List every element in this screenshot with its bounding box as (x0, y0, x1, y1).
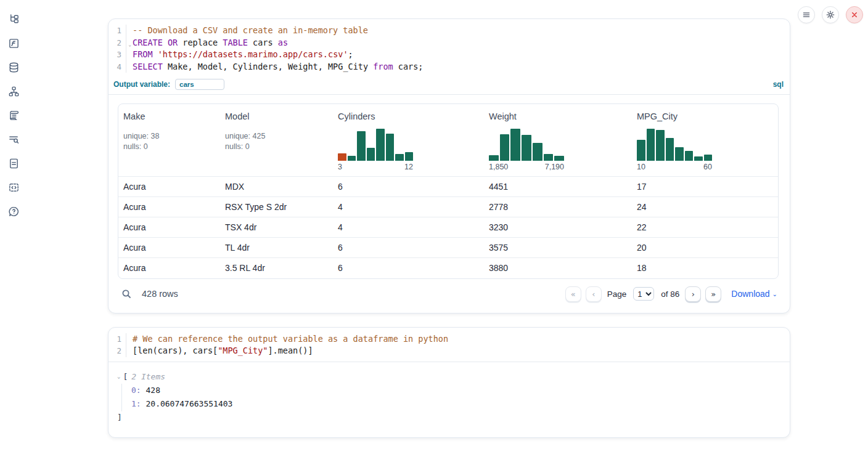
sql-cell: 1-- Download a CSV and create an in-memo… (108, 18, 790, 313)
tree-header: ⌄ [ 2 Items (117, 372, 780, 381)
items-count-label: 2 Items (131, 372, 165, 381)
table-cell: 4 (333, 217, 484, 238)
table-row[interactable]: Acura3.5 RL 4dr6388018 (118, 258, 779, 278)
column-header: MPG_City1060 (632, 104, 779, 177)
code-line[interactable]: 1-- Download a CSV and create an in-memo… (108, 25, 790, 37)
code-line[interactable]: 2⌄CREATE OR replace TABLE cars as (108, 37, 790, 49)
column-header: Weight1,8507,190 (484, 104, 632, 177)
scratchpad-icon[interactable] (7, 108, 20, 122)
close-icon (850, 10, 859, 19)
table-cell: RSX Type S 2dr (220, 197, 333, 217)
notebook-content: 1-- Download a CSV and create an in-memo… (108, 18, 790, 438)
histogram-bar (357, 131, 366, 161)
histogram-axis: 1060 (637, 163, 712, 171)
python-editor[interactable]: 1# We can reference the output variable … (108, 328, 790, 362)
data-table: Makeunique: 38nulls: 0Modelunique: 425nu… (118, 103, 779, 279)
tree-entry-key: 0: (131, 386, 141, 395)
code-line[interactable]: 2[len(cars), cars["MPG_City"].mean()] (108, 345, 790, 357)
tree-entry-value: 428 (141, 386, 160, 395)
histogram-bar (338, 153, 346, 161)
column-histogram[interactable]: 1,8507,190 (489, 129, 564, 171)
logs-icon[interactable] (7, 132, 20, 146)
search-icon[interactable] (121, 289, 132, 299)
table-header-row: Makeunique: 38nulls: 0Modelunique: 425nu… (118, 104, 779, 177)
table-cell: 20 (632, 238, 779, 258)
prev-page-button[interactable]: ‹ (586, 286, 602, 302)
table-cell: 6 (333, 258, 484, 278)
line-number: 1 (108, 25, 126, 37)
table-row[interactable]: AcuraRSX Type S 2dr4277824 (118, 197, 779, 217)
open-bracket: [ (123, 372, 128, 381)
column-name[interactable]: Make (123, 111, 215, 121)
histogram-bar (554, 156, 564, 161)
next-page-button[interactable]: › (685, 286, 701, 302)
topbar-actions (798, 6, 863, 23)
table-row[interactable]: AcuraTL 4dr6357520 (118, 238, 779, 258)
collapse-chevron-icon[interactable]: ⌄ (117, 373, 120, 379)
code-line[interactable]: 3FROM 'https://datasets.marimo.app/cars.… (108, 49, 790, 61)
table-cell: Acura (118, 177, 220, 197)
code-text: SELECT Make, Model, Cylinders, Weight, M… (126, 61, 423, 73)
histogram-bar (647, 129, 655, 161)
first-page-button[interactable]: « (565, 286, 581, 302)
file-explorer-icon[interactable] (7, 12, 20, 26)
table-row[interactable]: AcuraMDX6445117 (118, 177, 779, 197)
table-row[interactable]: AcuraTSX 4dr4323022 (118, 217, 779, 238)
table-cell: TSX 4dr (220, 217, 333, 238)
histogram-bar (704, 155, 713, 161)
python-cell: 1# We can reference the output variable … (108, 327, 790, 438)
settings-button[interactable] (822, 6, 839, 23)
histogram-bar (386, 134, 395, 161)
tree-entry: 1: 20.060747663551403 (131, 397, 780, 411)
language-badge: sql (773, 80, 784, 89)
table-cell: Acura (118, 258, 220, 278)
snippets-icon[interactable] (7, 180, 20, 194)
table-cell: 2778 (484, 197, 632, 217)
histogram-bar (376, 129, 385, 161)
page-select[interactable]: 1 (633, 287, 654, 301)
column-histogram[interactable]: 312 (338, 129, 413, 171)
histogram-bar (694, 156, 703, 161)
column-name[interactable]: Weight (489, 111, 627, 121)
histogram-bar (405, 152, 414, 161)
tree-entry: 0: 428 (131, 384, 780, 398)
column-stats: unique: 38nulls: 0 (123, 131, 215, 152)
output-tree: ⌄ [ 2 Items 0: 4281: 20.060747663551403 … (108, 362, 790, 437)
table-cell: MDX (220, 177, 333, 197)
variables-icon[interactable] (7, 36, 20, 50)
table-cell: 3230 (484, 217, 632, 238)
shutdown-button[interactable] (846, 6, 863, 23)
column-name[interactable]: Model (225, 111, 328, 121)
last-page-button[interactable]: » (705, 286, 721, 302)
fold-chevron-icon[interactable]: ⌄ (128, 39, 131, 51)
download-label: Download (731, 289, 769, 299)
help-icon[interactable] (7, 204, 20, 218)
menu-button[interactable] (798, 6, 815, 23)
column-name[interactable]: Cylinders (338, 111, 479, 121)
column-histogram[interactable]: 1060 (637, 129, 712, 171)
column-name[interactable]: MPG_City (637, 111, 775, 121)
dependency-graph-icon[interactable] (7, 84, 20, 98)
code-line[interactable]: 4SELECT Make, Model, Cylinders, Weight, … (108, 61, 790, 73)
column-header: Modelunique: 425nulls: 0 (220, 104, 333, 177)
table-cell: 6 (333, 177, 484, 197)
table-cell: 18 (632, 258, 779, 278)
line-number: 4 (108, 61, 126, 73)
table-footer: 428 rows « ‹ Page 1 of 86 › » Download ⌄ (118, 279, 779, 307)
code-line[interactable]: 1# We can reference the output variable … (108, 333, 790, 346)
histogram-bar (637, 140, 645, 161)
output-variable-input[interactable] (175, 79, 224, 90)
table-cell: 24 (632, 197, 779, 217)
table-cell: 3575 (484, 238, 632, 258)
pagination: « ‹ Page 1 of 86 › » (565, 286, 722, 302)
table-cell: 6 (333, 238, 484, 258)
code-text: [len(cars), cars["MPG_City"].mean()] (126, 345, 313, 357)
documentation-icon[interactable] (7, 156, 20, 170)
sql-editor[interactable]: 1-- Download a CSV and create an in-memo… (108, 19, 790, 77)
line-number: 3 (108, 49, 126, 61)
datasources-icon[interactable] (7, 60, 20, 74)
output-variable-label: Output variable: (113, 80, 170, 89)
download-button[interactable]: Download ⌄ (731, 289, 777, 299)
page-total-label: of 86 (661, 289, 679, 299)
line-number: 2 (108, 345, 126, 357)
